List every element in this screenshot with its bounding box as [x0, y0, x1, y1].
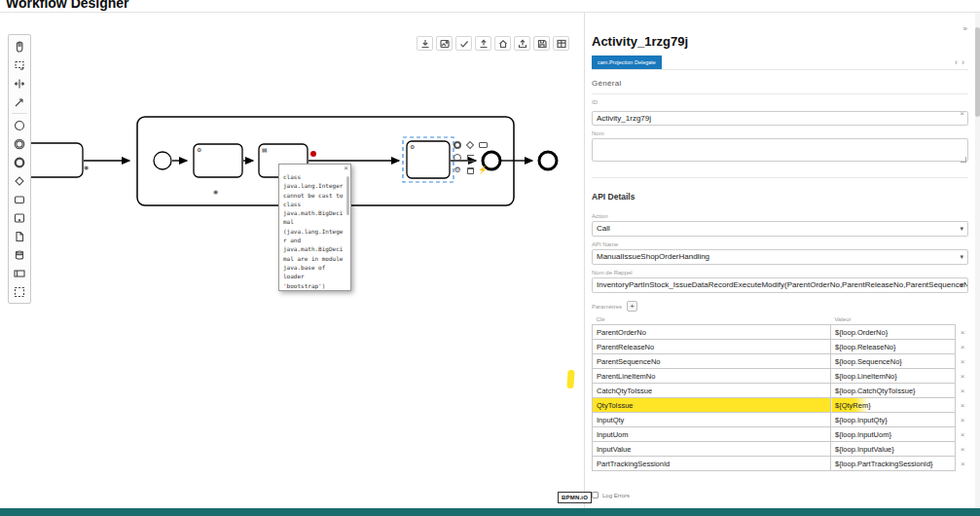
page-title: Workflow Designer [6, 0, 129, 11]
clear-icon[interactable]: × [960, 109, 964, 118]
start-event[interactable] [154, 152, 171, 169]
param-row: InputValue ${loop.InputValue} × [593, 442, 970, 457]
create-group-icon[interactable] [9, 282, 30, 301]
params-label: Paramètres [592, 304, 622, 310]
log-errors-checkbox[interactable] [592, 492, 599, 498]
tab-next-icon[interactable]: › [962, 57, 968, 67]
footer-bar [0, 508, 980, 516]
id-input[interactable] [592, 111, 968, 126]
api-name-select[interactable]: ManualIssueShopOrderHandling ▾ [592, 249, 968, 265]
download-icon[interactable] [417, 36, 433, 51]
highlighter-mark [566, 370, 574, 388]
api-name-value: ManualIssueShopOrderHandling [597, 252, 709, 261]
param-key[interactable]: CatchQtyToIssue [593, 384, 831, 398]
scrollbar-thumb[interactable] [975, 27, 980, 117]
create-data-store-icon[interactable] [9, 245, 30, 264]
create-data-object-icon[interactable] [9, 227, 30, 245]
eye-overlay-icon[interactable]: ◉ [213, 189, 218, 195]
add-parameter-button[interactable]: + [627, 301, 637, 312]
param-key[interactable]: ParentReleaseNo [593, 340, 831, 354]
panel-title: Activity_1rzg79j [592, 34, 968, 49]
properties-panel: » Activity_1rzg79j cam.Projection Delega… [584, 13, 975, 508]
create-subprocess-icon[interactable] [9, 208, 30, 227]
append-intermediate-event-icon[interactable] [453, 153, 462, 163]
upload-icon[interactable] [514, 36, 530, 51]
lasso-tool-icon[interactable] [9, 55, 30, 74]
remove-param-icon[interactable]: × [956, 442, 970, 457]
append-end-event-icon[interactable] [453, 140, 462, 150]
delete-trash-icon[interactable] [465, 166, 475, 175]
validate-check-icon[interactable] [455, 36, 472, 51]
remove-param-icon[interactable]: × [956, 427, 970, 442]
create-gateway-icon[interactable] [9, 171, 30, 190]
append-task-icon[interactable] [478, 140, 488, 150]
callback-select[interactable]: InventoryPartInStock_IssueDataRecordExec… [592, 277, 968, 293]
hand-tool-icon[interactable] [9, 37, 30, 55]
tab-projection-delegate[interactable]: cam.Projection Delegate [592, 55, 662, 69]
remove-param-icon[interactable]: × [956, 457, 970, 471]
eye-overlay-icon[interactable]: ◉ [84, 165, 89, 170]
create-task-icon[interactable] [9, 190, 30, 208]
api-name-label: API Name [592, 241, 968, 247]
image-export-icon[interactable] [436, 36, 453, 51]
remove-param-icon[interactable]: × [956, 369, 970, 384]
grid-icon[interactable] [553, 36, 569, 51]
space-tool-icon[interactable] [9, 74, 30, 92]
vertical-scrollbar[interactable] [975, 13, 980, 508]
param-key[interactable]: ParentSequenceNo [593, 354, 831, 369]
service-task-icon: ⚙ [197, 147, 201, 153]
deploy-icon[interactable] [494, 36, 511, 51]
remove-param-icon[interactable]: × [956, 384, 970, 398]
collapse-panel-icon[interactable]: » [963, 24, 967, 33]
close-icon[interactable]: × [344, 165, 348, 172]
param-value[interactable]: ${loop.CatchQtyToIssue} [831, 384, 956, 398]
bpmn-canvas[interactable]: ⚙ ▤ ⚙ ◉ ◉ [0, 13, 584, 508]
param-value[interactable]: ${loop.PartTrackingSessionId} [831, 457, 956, 471]
create-end-event-icon[interactable] [9, 153, 30, 171]
connect-tool-icon[interactable]: → [478, 153, 488, 163]
param-key[interactable]: ParentLineItemNo [593, 369, 831, 384]
remove-param-icon[interactable]: × [956, 354, 970, 369]
param-key[interactable]: InputValue [593, 442, 831, 457]
param-value[interactable]: ${loop.InputUom} [831, 427, 956, 442]
param-value[interactable]: ${loop.InputQty} [831, 413, 956, 427]
param-value[interactable]: ${loop.OrderNo} [831, 325, 956, 340]
param-row-highlighted: QtyToIssue ${QtyRem} × [593, 398, 970, 413]
param-key[interactable]: QtyToIssue [593, 398, 831, 413]
save-icon[interactable] [533, 36, 550, 51]
param-value[interactable]: ${QtyRem} [831, 398, 956, 413]
panel-tabs: cam.Projection Delegate ‹› [592, 55, 968, 70]
export-icon[interactable] [475, 36, 491, 51]
lightning-icon[interactable]: ⚡ [478, 166, 488, 175]
param-key[interactable]: InputQty [593, 413, 831, 427]
tab-scroll-arrows[interactable]: ‹› [955, 57, 968, 69]
remove-param-icon[interactable]: × [956, 413, 970, 427]
create-start-event-icon[interactable] [9, 116, 30, 134]
script-task-icon: ▤ [262, 147, 268, 153]
param-key[interactable]: ParentOrderNo [593, 325, 831, 340]
append-gateway-icon[interactable] [465, 140, 475, 150]
remove-param-icon[interactable]: × [956, 340, 970, 354]
error-badge[interactable] [310, 151, 316, 157]
replace-wrench-icon[interactable]: ⚙ [453, 166, 462, 175]
end-event-outer[interactable] [539, 152, 557, 169]
param-value[interactable]: ${loop.LineItemNo} [831, 369, 956, 384]
name-textarea[interactable] [592, 138, 968, 162]
create-intermediate-event-icon[interactable] [9, 134, 30, 153]
remove-param-icon[interactable]: × [956, 325, 970, 340]
global-connect-tool-icon[interactable] [9, 92, 30, 111]
remove-param-icon[interactable]: × [956, 398, 970, 413]
bpmn-io-logo[interactable]: BPMN.iO [558, 492, 592, 503]
param-row: ParentOrderNo ${loop.OrderNo} × [593, 325, 970, 340]
param-value[interactable]: ${loop.SequenceNo} [831, 354, 956, 369]
param-key[interactable]: InputUom [593, 427, 831, 442]
tab-prev-icon[interactable]: ‹ [955, 57, 962, 67]
tooltip-scrollbar[interactable] [346, 176, 349, 215]
create-participant-icon[interactable] [9, 264, 30, 282]
param-value[interactable]: ${loop.ReleaseNo} [831, 340, 956, 354]
param-key[interactable]: PartTrackingSessionId [593, 457, 831, 471]
action-select[interactable]: Call ▾ [592, 221, 968, 237]
param-value[interactable]: ${loop.InputValue} [831, 442, 956, 457]
text-annotation-icon[interactable] [465, 153, 475, 163]
callback-label: Nom de Rappel [592, 270, 968, 276]
